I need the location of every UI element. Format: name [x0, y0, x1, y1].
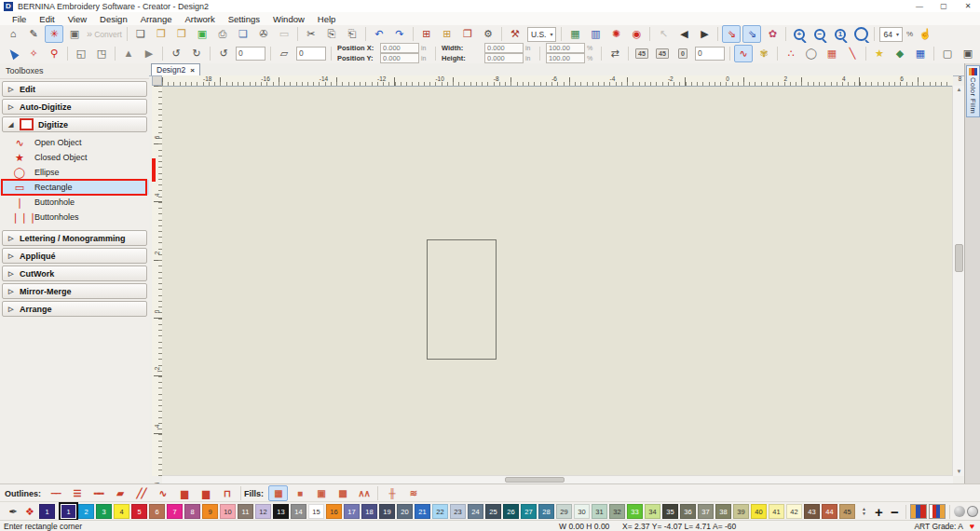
copy-button[interactable]: ⎘	[322, 25, 341, 43]
mirror-merge-wreath-button[interactable]: ✿	[763, 25, 782, 43]
lattice-fill-icon[interactable]: ▩	[333, 485, 352, 501]
star-outline-button[interactable]: ✾	[755, 45, 773, 62]
sequence-by-color-button[interactable]: ⇘	[742, 25, 761, 43]
color-swatch-17[interactable]: 17	[344, 504, 360, 519]
embroidery-canvas-button[interactable]: ✳	[45, 25, 63, 43]
triple-outline-icon[interactable]: ☰	[67, 485, 87, 501]
raised-satin-fill-icon[interactable]: ▣	[311, 485, 331, 501]
color-swatch-2[interactable]: 2	[78, 504, 94, 519]
color-swatch-7[interactable]: 7	[167, 504, 183, 519]
satin-fill-icon[interactable]: ■	[290, 485, 309, 501]
rotate-exact-button[interactable]: 0	[674, 45, 692, 62]
zoom-box-button[interactable]	[851, 25, 870, 43]
zigzag-run-button[interactable]: ∿	[734, 45, 753, 62]
rotate-angle-input[interactable]	[236, 47, 265, 61]
height-input[interactable]	[484, 53, 524, 63]
color-swatch-5[interactable]: 5	[131, 504, 147, 519]
color-swatch-20[interactable]: 20	[397, 504, 413, 519]
color-swatch-40[interactable]: 40	[751, 504, 767, 519]
menu-file[interactable]: File	[6, 14, 33, 24]
gradient-fill-button[interactable]: ◆	[891, 45, 909, 62]
next-object-button[interactable]: ▶	[695, 25, 714, 43]
color-swatch-8[interactable]: 8	[184, 504, 200, 519]
color-swatch-24[interactable]: 24	[468, 504, 483, 519]
zoom-1to1-button[interactable]: 1	[831, 25, 850, 43]
scale-x-input[interactable]	[546, 43, 585, 53]
thread-colors-button[interactable]	[910, 504, 927, 519]
color-swatch-15[interactable]: 15	[308, 504, 324, 519]
color-swatch-11[interactable]: 11	[238, 504, 253, 519]
toolbox-section-lettering-monogramming[interactable]: ▷Lettering / Monogramming	[2, 230, 147, 246]
save-design-button[interactable]: ▣	[193, 25, 211, 43]
step-fill-icon[interactable]: ▦	[268, 485, 288, 501]
toolbox-section-digitize[interactable]: ◢Digitize	[2, 116, 147, 132]
insert-embroidery-button[interactable]: ⊞	[417, 25, 436, 43]
color-swatch-10[interactable]: 10	[220, 504, 236, 519]
previous-object-button[interactable]: ◀	[674, 25, 693, 43]
rotate-exact-input[interactable]	[695, 47, 725, 61]
morphing-effect-button[interactable]: ✺	[606, 25, 625, 43]
print-button[interactable]: ⎙	[213, 25, 232, 43]
zoom-in-button[interactable]: +	[790, 25, 809, 43]
color-swatch-39[interactable]: 39	[733, 504, 749, 519]
show-template-button[interactable]: ▣	[959, 45, 977, 62]
horizontal-scrollbar[interactable]	[162, 475, 953, 483]
drawn-rectangle-object[interactable]	[427, 239, 497, 360]
select-object-button[interactable]	[4, 45, 22, 62]
open-design-button[interactable]: ❒	[152, 25, 170, 43]
vertical-scrollbar[interactable]: ▲ ▼	[952, 86, 965, 476]
design-library-button[interactable]: ▣	[65, 25, 84, 43]
insert-artwork-button[interactable]: ⊞	[438, 25, 456, 43]
horizontal-scroll-thumb[interactable]	[505, 477, 565, 483]
menu-settings[interactable]: Settings	[222, 14, 266, 24]
pan-button[interactable]: ☝	[916, 25, 934, 43]
menu-edit[interactable]: Edit	[33, 14, 61, 24]
palette-scroll-spinner[interactable]: ▲▼	[860, 507, 868, 516]
color-swatch-23[interactable]: 23	[450, 504, 466, 519]
color-picker-button[interactable]: ✒	[6, 504, 20, 519]
motif-run-button[interactable]: ∴	[782, 45, 800, 62]
color-swatch-21[interactable]: 21	[415, 504, 430, 519]
toolbox-item-open-object[interactable]: ∿Open Object	[0, 135, 149, 150]
color-swatch-6[interactable]: 6	[149, 504, 165, 519]
color-film-tab[interactable]: Color Film	[966, 65, 980, 117]
color-swatch-3[interactable]: 3	[96, 504, 112, 519]
apply-color-button[interactable]: ❖	[22, 504, 37, 519]
mirror-horizontal-button[interactable]: ▶	[140, 45, 158, 62]
color-swatch-18[interactable]: 18	[361, 504, 377, 519]
close-button[interactable]: ✕	[956, 0, 980, 12]
color-swatch-35[interactable]: 35	[662, 504, 678, 519]
toolbox-item-buttonhole[interactable]: ❘Buttonhole	[0, 195, 149, 210]
raised-satin-outline-icon[interactable]: ╱╱	[131, 485, 151, 501]
color-swatch-41[interactable]: 41	[769, 504, 784, 519]
color-swatch-25[interactable]: 25	[485, 504, 501, 519]
units-dropdown[interactable]: U.S.▾	[527, 27, 557, 42]
menu-artwork[interactable]: Artwork	[179, 14, 222, 24]
color-swatch-44[interactable]: 44	[822, 504, 837, 519]
show-hoop-button[interactable]: ▢	[938, 45, 957, 62]
tab-close-icon[interactable]: ×	[190, 66, 195, 75]
color-swatch-1[interactable]: 1	[61, 504, 76, 519]
color-swatch-12[interactable]: 12	[255, 504, 271, 519]
hoop-canvas-button[interactable]: ⌂	[4, 25, 22, 43]
color-swatch-19[interactable]: 19	[379, 504, 395, 519]
write-to-machine-button[interactable]: ✇	[254, 25, 273, 43]
weave-fill-icon[interactable]: ╫	[382, 485, 402, 501]
color-swatch-22[interactable]: 22	[432, 504, 448, 519]
redo-button[interactable]: ↷	[390, 25, 409, 43]
satin-outline-icon[interactable]: ▰	[110, 485, 129, 501]
design-properties-button[interactable]: ⚙	[479, 25, 497, 43]
thread-globe-icon[interactable]	[967, 506, 978, 517]
color-film-toggle-button[interactable]: ▥	[586, 25, 605, 43]
undo-button[interactable]: ↶	[370, 25, 388, 43]
zoom-level-dropdown[interactable]: 64▾	[879, 27, 902, 42]
color-swatch-31[interactable]: 31	[592, 504, 607, 519]
toolbox-item-ellipse[interactable]: ◯Ellipse	[0, 165, 149, 180]
color-swatch-45[interactable]: 45	[839, 504, 855, 519]
skew-button[interactable]: ▱	[275, 45, 293, 62]
rotate-custom-button[interactable]: ↺	[214, 45, 233, 62]
menu-view[interactable]: View	[61, 14, 93, 24]
rotate-45-right-button[interactable]: 45	[653, 45, 672, 62]
color-swatch-14[interactable]: 14	[291, 504, 306, 519]
match-thread-colors-button[interactable]	[929, 504, 946, 519]
